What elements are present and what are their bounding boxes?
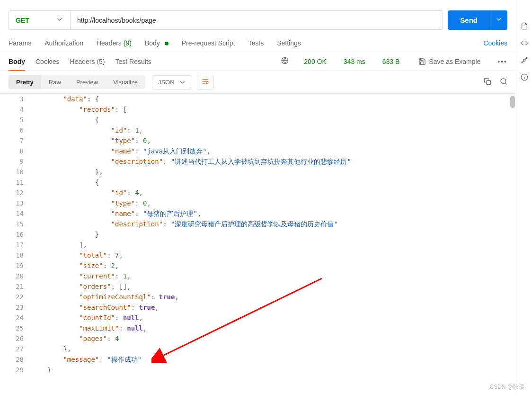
body-indicator-dot [165,42,168,45]
response-size: 633 B [382,58,400,65]
url-input[interactable] [71,11,443,29]
code-line[interactable]: 17 ], [0,240,516,250]
svg-rect-4 [487,81,491,85]
code-line[interactable]: 10 }, [0,167,516,177]
tab-authorization[interactable]: Authorization [44,39,83,47]
tab-settings[interactable]: Settings [277,39,301,47]
view-bar: Pretty Raw Preview Visualize JSON [0,71,516,94]
globe-icon[interactable] [281,57,289,66]
tab-tests[interactable]: Tests [248,39,264,47]
resp-headers-count: (5) [97,58,105,65]
svg-line-11 [525,58,526,59]
code-line[interactable]: 24 "countId": null, [0,313,516,323]
code-line[interactable]: 15 "description": "深度研究母猪产后护理的高级哲学以及母猪的历… [0,219,516,229]
format-select[interactable]: JSON [152,75,192,90]
right-rail [516,0,532,394]
save-as-example[interactable]: Save as Example [418,58,480,65]
view-pretty[interactable]: Pretty [9,75,41,89]
view-raw[interactable]: Raw [41,75,69,89]
headers-count: (9) [124,39,132,47]
code-line[interactable]: 21 "orders": [], [0,281,516,292]
scrollbar-thumb[interactable] [510,96,515,108]
cookies-link[interactable]: Cookies [483,39,507,47]
code-line[interactable]: 11 { [0,177,516,188]
code-icon[interactable] [520,39,529,47]
request-tabs: Params Authorization Headers (9) Body Pr… [0,36,516,52]
copy-icon[interactable] [484,78,491,87]
svg-line-6 [505,83,506,84]
view-preview[interactable]: Preview [69,75,106,89]
docs-icon[interactable] [520,22,529,30]
code-line[interactable]: 3 "data": { [0,94,516,104]
related-icon[interactable] [520,56,529,64]
info-icon[interactable] [520,73,529,81]
tab-params[interactable]: Params [9,39,31,47]
code-line[interactable]: 4 "records": [ [0,104,516,115]
status-code: 200 OK [304,58,326,65]
code-line[interactable]: 23 "searchCount": true, [0,302,516,313]
tab-headers[interactable]: Headers (9) [97,39,132,47]
method-label: GET [16,17,29,24]
code-line[interactable]: 13 "type": 0, [0,198,516,208]
send-group: Send [448,10,507,30]
search-icon[interactable] [500,78,507,87]
send-button[interactable]: Send [448,10,490,30]
send-dropdown[interactable] [490,10,507,30]
code-line[interactable]: 12 "id": 4, [0,188,516,198]
resp-tab-tests[interactable]: Test Results [115,58,151,65]
watermark: CSDN @耿瑞- [489,383,526,391]
method-select[interactable]: GET [9,11,71,29]
code-line[interactable]: 20 "current": 1, [0,271,516,281]
method-url-group: GET [9,10,443,30]
code-line[interactable]: 25 "maxLimit": null, [0,323,516,333]
code-line[interactable]: 19 "size": 2, [0,260,516,271]
more-icon[interactable]: ••• [497,58,507,65]
code-line[interactable]: 26 "pages": 4 [0,333,516,344]
code-line[interactable]: 28 "message": "操作成功" [0,354,516,365]
wrap-lines-icon[interactable] [197,75,214,90]
svg-line-12 [523,61,523,62]
code-line[interactable]: 29 } [0,365,516,375]
code-line[interactable]: 16 } [0,229,516,240]
chevron-down-icon [56,16,63,25]
resp-tab-headers[interactable]: Headers (5) [70,58,105,65]
code-line[interactable]: 18 "total": 7, [0,250,516,260]
response-time: 343 ms [344,58,365,65]
response-tabs: Body Cookies Headers (5) Test Results 20… [0,52,516,71]
view-mode-segment: Pretty Raw Preview Visualize [9,75,145,89]
code-line[interactable]: 14 "name": "母猪的产后护理", [0,208,516,219]
code-line[interactable]: 6 "id": 1, [0,125,516,135]
code-line[interactable]: 7 "type": 0, [0,135,516,146]
code-line[interactable]: 5 { [0,115,516,125]
tab-prerequest[interactable]: Pre-request Script [182,39,235,47]
code-line[interactable]: 27 }, [0,344,516,354]
response-body[interactable]: 3 "data": {4 "records": [5 {6 "id": 1,7 … [0,94,516,378]
code-line[interactable]: 8 "name": "java从入门到放弃", [0,146,516,156]
view-visualize[interactable]: Visualize [106,75,145,89]
tab-body[interactable]: Body [145,39,168,47]
resp-tab-body[interactable]: Body [9,58,25,65]
request-bar: GET Send [0,0,516,36]
code-line[interactable]: 9 "description": "讲述当代打工人从入学被坑到弃坑投奔其他行业的… [0,156,516,167]
resp-tab-cookies[interactable]: Cookies [35,58,60,65]
code-line[interactable]: 22 "optimizeCountSql": true, [0,292,516,302]
